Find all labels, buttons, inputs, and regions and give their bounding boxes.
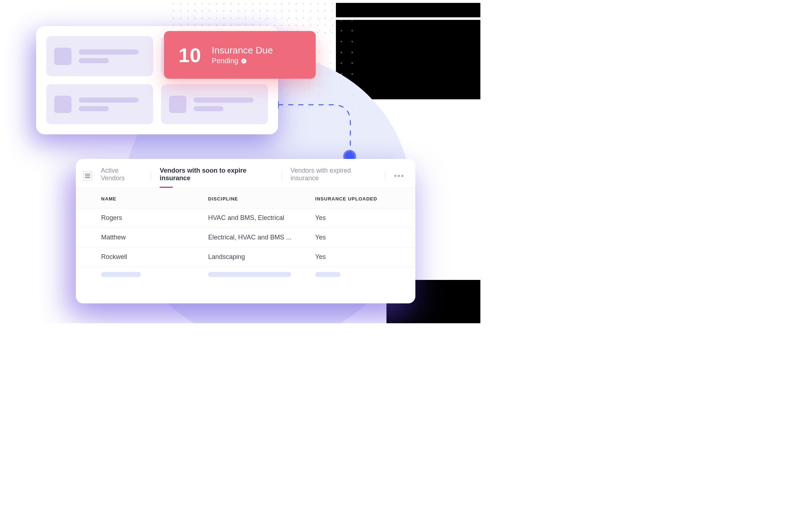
cell-insurance: Yes [315,214,390,222]
cell-insurance: Yes [315,253,390,261]
insurance-due-alert[interactable]: 10 Insurance Due Pending i [164,31,316,79]
info-icon[interactable]: i [241,59,246,64]
placeholder-lines [194,98,260,111]
cell-discipline: HVAC and BMS, Electrical [208,214,315,222]
table-row[interactable]: Rogers HVAC and BMS, Electrical Yes [76,208,415,228]
column-header-name[interactable]: NAME [101,196,208,202]
column-header-insurance[interactable]: INSURANCE UPLOADED [315,196,390,202]
svg-rect-0 [278,101,279,108]
stat-card-placeholder [46,84,153,124]
alert-subtitle: Pending [212,57,238,65]
alert-title: Insurance Due [212,45,273,56]
cell-insurance: Yes [315,234,390,241]
divider [151,171,151,181]
placeholder-pill [315,272,341,277]
placeholder-icon [169,96,186,113]
placeholder-lines [79,98,145,111]
tab-bar: Active Vendors Vendors with soon to expi… [76,159,415,188]
menu-icon[interactable] [83,171,92,181]
cell-name: Rockwell [101,253,208,261]
placeholder-pill [101,272,141,277]
divider [282,171,282,181]
vendors-table-panel: Active Vendors Vendors with soon to expi… [76,159,415,303]
placeholder-icon [54,96,72,113]
table-row[interactable]: Matthew Electrical, HVAC and BMS ... Yes [76,228,415,247]
connector-line [278,101,354,159]
decorative-black-bar [336,3,480,17]
cell-name: Matthew [101,234,208,241]
placeholder-lines [79,49,145,63]
divider [385,171,385,181]
stat-card-placeholder [46,36,153,76]
stat-card-placeholder [161,84,268,124]
tab-soon-expire[interactable]: Vendors with soon to expire insurance [160,164,273,188]
cell-name: Rogers [101,214,208,222]
cell-discipline: Landscaping [208,253,315,261]
column-header-discipline[interactable]: DISCIPLINE [208,196,315,202]
table-row[interactable]: Rockwell Landscaping Yes [76,247,415,267]
more-options-icon[interactable]: ••• [394,171,408,181]
table-header-row: NAME DISCIPLINE INSURANCE UPLOADED [76,188,415,208]
placeholder-pill [208,272,291,277]
placeholder-icon [54,48,72,65]
table-row-placeholder [76,267,415,282]
tab-expired[interactable]: Vendors with expired insurance [290,164,376,188]
tab-active-vendors[interactable]: Active Vendors [101,164,142,188]
alert-count: 10 [178,43,201,67]
cell-discipline: Electrical, HVAC and BMS ... [208,234,315,241]
